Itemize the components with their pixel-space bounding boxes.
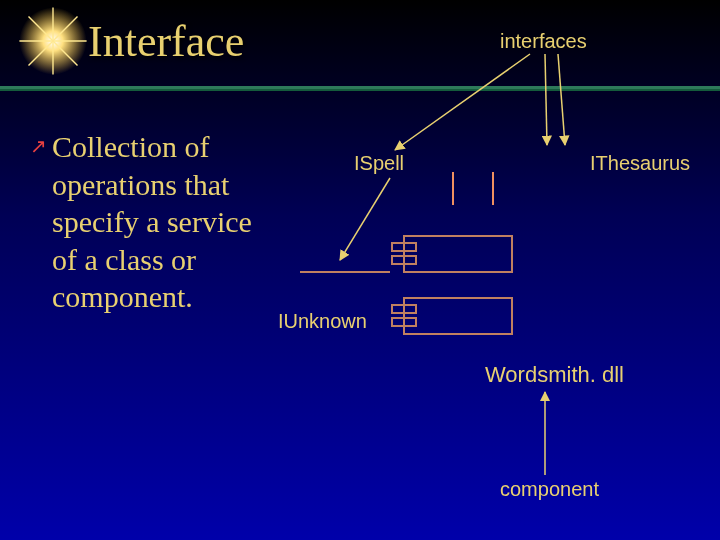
svg-line-8 xyxy=(340,178,390,260)
title-underline xyxy=(0,86,720,91)
label-wordsmith-dll: Wordsmith. dll xyxy=(485,362,624,388)
body-bullet-text: Collection of operations that specify a … xyxy=(52,128,282,316)
svg-point-0 xyxy=(19,7,86,74)
slide-title: Interface xyxy=(88,16,244,67)
label-component: component xyxy=(500,478,599,501)
svg-line-5 xyxy=(395,54,530,150)
slide: Interface ↗ Collection of operations tha… xyxy=(0,0,720,540)
svg-line-7 xyxy=(558,54,565,145)
label-ithesaurus: IThesaurus xyxy=(590,152,690,175)
bullet-arrow-icon: ↗ xyxy=(30,134,47,158)
label-iunknown: IUnknown xyxy=(278,310,367,333)
svg-line-3 xyxy=(29,17,78,66)
svg-line-4 xyxy=(29,17,78,66)
label-interfaces: interfaces xyxy=(500,30,587,53)
label-ispell: ISpell xyxy=(354,152,404,175)
svg-line-6 xyxy=(545,54,547,145)
star-icon xyxy=(18,6,88,76)
svg-rect-11 xyxy=(404,236,512,272)
svg-rect-17 xyxy=(392,318,416,326)
svg-rect-16 xyxy=(392,305,416,313)
svg-rect-15 xyxy=(404,298,512,334)
svg-rect-13 xyxy=(392,256,416,264)
svg-rect-12 xyxy=(392,243,416,251)
